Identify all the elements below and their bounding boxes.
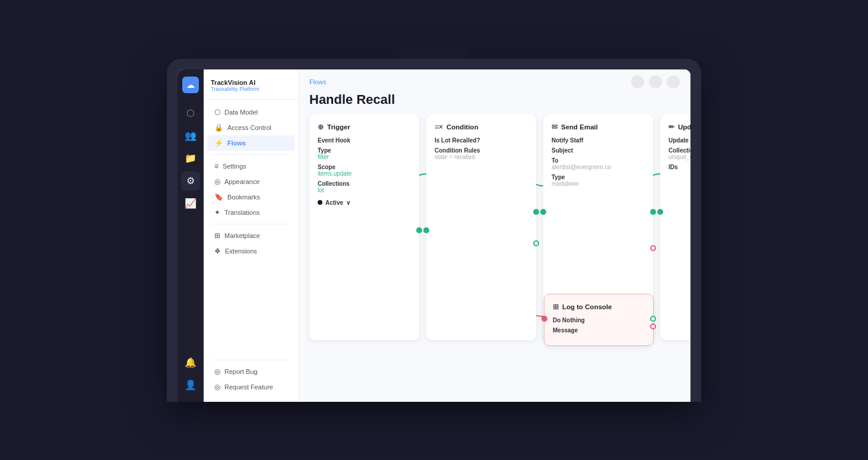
update-data-header-label: Update Data [678,123,690,131]
log-console-left-connector [541,316,547,322]
update-data-left-connector [657,209,663,215]
brand-name: TrackVision AI [211,79,291,86]
send-email-to-row: To alertlist@evergreen.co [552,157,645,170]
trigger-scope-value: items.update [318,170,411,177]
update-data-card-header: ✏ Update Data [669,123,690,131]
trigger-collections-row: Collections lot [318,180,411,193]
nav-icon-translations: ✦ [214,208,220,217]
nav-item-bookmarks[interactable]: 🔖 Bookmarks [207,189,294,205]
trigger-card-header: ⊕ Trigger [318,123,411,131]
sidebar-icon-cube[interactable]: ⬡ [181,104,200,123]
update-data-field3-row: IDs [669,164,690,170]
nav-icon-access-control: 🔒 [214,123,223,132]
condition-field2-value: state = recalled [435,154,528,160]
nav-item-access-control[interactable]: 🔒 Access Control [207,120,294,135]
trigger-event-hook-label: Event Hook [318,137,411,144]
topbar: Flows [299,69,690,92]
send-email-subject-row: Subject [552,147,645,154]
sidebar-icon-people[interactable]: 👥 [181,126,200,145]
active-dot-icon [318,200,322,205]
condition-field1-label: Is Lot Recalled? [435,137,528,144]
nav-item-extensions[interactable]: ❖ Extensions [207,243,294,259]
topbar-button-3[interactable] [667,75,680,88]
send-email-right-connector-top [650,209,656,215]
trigger-card[interactable]: ⊕ Trigger Event Hook Type filter Scope [309,115,419,340]
sidebar-icon-folder[interactable]: 📁 [181,149,200,168]
trigger-header-icon: ⊕ [318,123,324,131]
condition-right-connector-top [533,209,539,215]
sidebar-icon-bell[interactable]: 🔔 [181,353,200,372]
icon-sidebar: ☁ ⬡ 👥 📁 ⚙ 📈 🔔 👤 [178,69,204,402]
send-email-subject-label: Subject [552,147,645,154]
flow-canvas: ⊕ Trigger Event Hook Type filter Scope [299,115,690,402]
log-console-header-icon: ⊞ [553,303,559,311]
topbar-button-1[interactable] [631,75,644,88]
condition-card[interactable]: ≡× Condition Is Lot Recalled? Condition … [426,115,536,340]
brand-subtitle: Traceability Platform [211,86,291,92]
nav-icon-report-bug: ◎ [214,367,220,376]
condition-right-connector-bottom [533,240,539,246]
main-content: Flows Handle Recall [299,69,690,402]
nav-divider-1 [211,154,291,155]
trigger-scope-row: Scope items.update [318,164,411,177]
nav-divider-2 [211,224,291,224]
nav-item-request-feature[interactable]: ◎ Request Feature [207,379,294,395]
active-chevron: ∨ [346,199,350,206]
nav-item-appearance[interactable]: ◎ Appearance [207,174,294,189]
nav-sidebar: TrackVision AI Traceability Platform ⬡ D… [204,69,299,402]
nav-item-settings[interactable]: ≡ Settings [207,158,294,174]
send-email-card-header: ✉ Send Email [552,123,645,131]
send-email-notify-label: Notify Staff [552,137,645,144]
update-data-field2-row: Collection unique_code [669,147,690,160]
log-console-right-dot-1 [650,316,656,322]
send-email-left-connector [540,209,546,215]
update-data-field3-label: IDs [669,164,690,170]
sidebar-icon-settings[interactable]: ⚙ [181,172,200,191]
send-email-right-connector-bottom [650,245,656,251]
trigger-type-row: Type filter [318,147,411,160]
nav-icon-flows: ⚡ [214,139,223,147]
flow-cards-wrapper: ⊕ Trigger Event Hook Type filter Scope [309,115,680,340]
nav-item-flows[interactable]: ⚡ Flows [207,135,294,151]
condition-field1-row: Is Lot Recalled? [435,137,528,144]
page-title: Handle Recall [299,92,690,115]
trigger-scope-label: Scope [318,164,411,170]
update-data-field1-row: Update Item State [669,137,690,144]
condition-header-label: Condition [446,123,479,131]
send-email-type-row: Type markdown [552,174,645,187]
trigger-collections-value: lot [318,187,411,193]
nav-item-marketplace[interactable]: ⊞ Marketplace [207,228,294,243]
sidebar-icon-chart[interactable]: 📈 [181,194,200,213]
log-console-header-label: Log to Console [562,303,612,310]
trigger-type-label: Type [318,147,411,154]
log-console-card[interactable]: ⊞ Log to Console Do Nothing Message [544,294,654,346]
nav-icon-settings: ≡ [214,162,218,170]
nav-divider-3 [211,360,291,360]
topbar-button-2[interactable] [649,75,662,88]
log-console-field2-row: Message [553,327,645,334]
condition-card-header: ≡× Condition [435,123,528,131]
nav-item-report-bug[interactable]: ◎ Report Bug [207,364,294,379]
sidebar-icon-user[interactable]: 👤 [181,376,200,395]
log-console-card-header: ⊞ Log to Console [553,303,645,311]
condition-left-connector [423,227,429,233]
trigger-right-connector [416,227,422,233]
nav-icon-appearance: ◎ [214,177,220,186]
nav-item-translations[interactable]: ✦ Translations [207,205,294,220]
laptop-notch [398,48,470,59]
update-data-card[interactable]: ✏ Update Data Update Item State Collecti… [660,115,690,340]
send-email-header-icon: ✉ [552,123,557,131]
log-console-field2-label: Message [553,327,645,334]
update-data-field2-value: unique_code [669,154,690,160]
log-console-right-dot-2 [650,323,656,329]
active-label: Active [325,199,343,206]
send-email-type-value: markdown [552,180,645,187]
condition-header-icon: ≡× [435,123,443,131]
trigger-active-badge[interactable]: Active ∨ [318,199,411,206]
update-data-field2-label: Collection [669,147,690,154]
trigger-event-hook-row: Event Hook [318,137,411,144]
log-console-field1-label: Do Nothing [553,317,645,323]
send-email-notify-row: Notify Staff [552,137,645,144]
trigger-collections-label: Collections [318,180,411,187]
nav-item-data-model[interactable]: ⬡ Data Model [207,104,294,120]
